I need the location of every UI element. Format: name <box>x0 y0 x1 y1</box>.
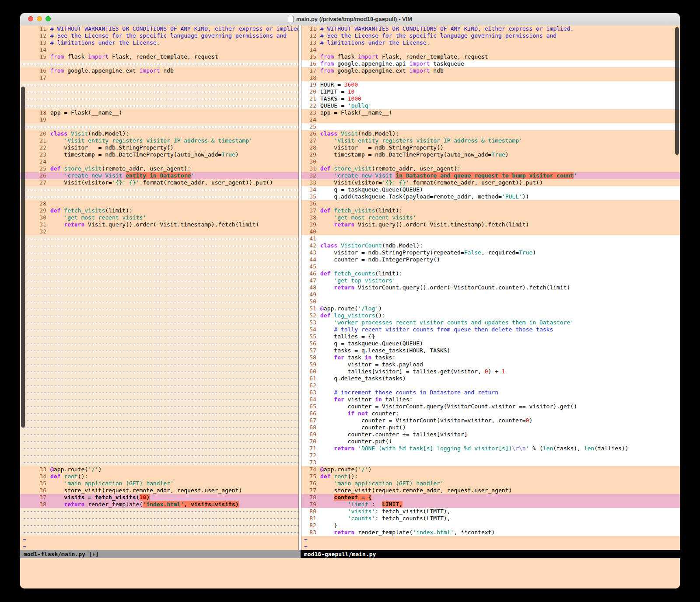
diff-filler-line[interactable]: ----------------------------------------… <box>20 81 298 88</box>
diff-filler-line[interactable]: ----------------------------------------… <box>20 102 298 109</box>
diff-filler-line[interactable]: ----------------------------------------… <box>20 333 298 340</box>
code-line[interactable]: 23app = Flask(__name__) <box>301 109 680 116</box>
code-line[interactable]: 66 if not counter: <box>301 410 680 417</box>
code-line[interactable]: 15from flask import Flask, render_templa… <box>301 53 680 60</box>
code-line[interactable]: 61 q.delete_tasks(tasks) <box>301 375 680 382</box>
code-line[interactable]: 50 <box>301 298 680 305</box>
diff-filler-line[interactable]: ----------------------------------------… <box>20 263 298 270</box>
code-line[interactable]: 67 counter = VisitorCount(visitor=visito… <box>301 417 680 424</box>
diff-filler-line[interactable]: ----------------------------------------… <box>20 249 298 256</box>
code-line[interactable]: 58 for task in tasks: <box>301 354 680 361</box>
diff-filler-line[interactable]: ----------------------------------------… <box>20 445 298 452</box>
diff-filler-line[interactable]: ----------------------------------------… <box>20 361 298 368</box>
code-line[interactable]: 12# See the License for the specific lan… <box>20 32 298 39</box>
code-line[interactable]: 30 <box>301 158 680 165</box>
code-line[interactable]: 33@app.route('/') <box>20 466 298 473</box>
diff-filler-line[interactable]: ----------------------------------------… <box>20 368 298 375</box>
diff-filler-line[interactable]: ----------------------------------------… <box>20 382 298 389</box>
diff-filler-line[interactable]: ----------------------------------------… <box>20 529 298 536</box>
diff-filler-line[interactable]: ----------------------------------------… <box>20 354 298 361</box>
code-line[interactable]: 62 <box>301 382 680 389</box>
code-line[interactable]: 51@app.route('/log') <box>301 305 680 312</box>
diff-filler-line[interactable]: ----------------------------------------… <box>20 459 298 466</box>
vertical-split-separator[interactable] <box>298 25 301 550</box>
diff-filler-line[interactable]: ----------------------------------------… <box>20 375 298 382</box>
code-line[interactable]: 11# WITHOUT WARRANTIES OR CONDITIONS OF … <box>301 25 680 32</box>
code-line[interactable]: 52def log_visitors(): <box>301 312 680 319</box>
code-line[interactable]: 81 'counts': fetch_counts(LIMIT), <box>301 515 680 522</box>
code-line[interactable]: 82 } <box>301 522 680 529</box>
code-line[interactable]: 42class VisitorCount(ndb.Model): <box>301 242 680 249</box>
code-line[interactable]: 53 'worker processes recent visitor coun… <box>301 319 680 326</box>
code-line[interactable]: 11# WITHOUT WARRANTIES OR CONDITIONS OF … <box>20 25 298 32</box>
diff-filler-line[interactable]: ----------------------------------------… <box>20 123 298 130</box>
code-line[interactable]: 48 return VisitorCount.query().order(-Vi… <box>301 284 680 291</box>
code-line[interactable]: 71 return 'DONE (with %d task[s] logging… <box>301 445 680 452</box>
code-line[interactable]: 35 'main application (GET) handler' <box>20 480 298 487</box>
diff-filler-line[interactable]: ----------------------------------------… <box>20 319 298 326</box>
code-line[interactable]: 14 <box>301 46 680 53</box>
code-line[interactable]: 12# See the License for the specific lan… <box>301 32 680 39</box>
code-line[interactable]: 20LIMIT = 10 <box>301 88 680 95</box>
code-line[interactable]: 56 q = taskqueue.Queue(QUEUE) <box>301 340 680 347</box>
code-line[interactable]: 14 <box>20 46 298 53</box>
empty-buffer-line[interactable]: ~ <box>301 543 680 550</box>
code-line[interactable]: 18app = Flask(__name__) <box>20 109 298 116</box>
code-line[interactable]: 83 return render_template('index.html', … <box>301 529 680 536</box>
code-line[interactable]: 16from google.appengine.api import taskq… <box>301 60 680 67</box>
code-line[interactable]: 64 for visitor in tallies: <box>301 396 680 403</box>
code-line[interactable]: 27 'Visit entity registers visitor IP ad… <box>301 137 680 144</box>
code-line[interactable]: 32 <box>20 228 298 235</box>
code-line[interactable]: 25 <box>301 123 680 130</box>
code-line[interactable]: 37 visits = fetch_visits(10) <box>20 494 298 501</box>
code-line[interactable]: 22 visitor = ndb.StringProperty() <box>20 144 298 151</box>
command-line[interactable] <box>20 558 680 588</box>
code-line[interactable]: 25def store_visit(remote_addr, user_agen… <box>20 165 298 172</box>
diff-filler-line[interactable]: ----------------------------------------… <box>20 431 298 438</box>
diff-filler-line[interactable]: ----------------------------------------… <box>20 410 298 417</box>
diff-filler-line[interactable]: ----------------------------------------… <box>20 403 298 410</box>
code-line[interactable]: 76 'main application (GET) handler' <box>301 480 680 487</box>
code-line[interactable]: 31 return Visit.query().order(-Visit.tim… <box>20 221 298 228</box>
diff-filler-line[interactable]: ----------------------------------------… <box>20 60 298 67</box>
diff-filler-line[interactable]: ----------------------------------------… <box>20 193 298 200</box>
code-line[interactable]: 43 visitor = ndb.StringProperty(repeated… <box>301 249 680 256</box>
code-line[interactable]: 16from google.appengine.ext import ndb <box>20 67 298 74</box>
code-line[interactable]: 73 <box>301 459 680 466</box>
code-line[interactable]: 29 timestamp = ndb.DateTimeProperty(auto… <box>301 151 680 158</box>
code-line[interactable]: 47 'get top visitors' <box>301 277 680 284</box>
empty-buffer-line[interactable]: ~ <box>20 536 298 543</box>
diff-filler-line[interactable]: ----------------------------------------… <box>20 305 298 312</box>
diff-filler-line[interactable]: ----------------------------------------… <box>20 270 298 277</box>
code-line[interactable]: 74@app.route('/') <box>301 466 680 473</box>
right-pane[interactable]: 11# WITHOUT WARRANTIES OR CONDITIONS OF … <box>301 25 680 550</box>
code-line[interactable]: 36 <box>301 200 680 207</box>
code-line[interactable]: 13# limitations under the License. <box>301 39 680 46</box>
code-line[interactable]: 77 store_visit(request.remote_addr, requ… <box>301 487 680 494</box>
window-titlebar[interactable]: main.py (/private/tmp/mod18-gaepull) - V… <box>20 13 680 25</box>
code-line[interactable]: 21TASKS = 1000 <box>301 95 680 102</box>
diff-filler-line[interactable]: ----------------------------------------… <box>20 522 298 529</box>
code-line[interactable]: 22QUEUE = 'pullq' <box>301 102 680 109</box>
code-line[interactable]: 68 counter.put() <box>301 424 680 431</box>
code-line[interactable]: 40 <box>301 228 680 235</box>
statusline-left-pane[interactable]: mod1-flask/main.py [+] <box>20 550 301 558</box>
code-line[interactable]: 63 # increment those counts in Datastore… <box>301 389 680 396</box>
code-line[interactable]: 17from google.appengine.ext import ndb <box>301 67 680 74</box>
code-line[interactable]: 46def fetch_counts(limit): <box>301 270 680 277</box>
code-line[interactable]: 38 'get most recent visits' <box>301 214 680 221</box>
code-line[interactable]: 80 'visits': fetch_visits(LIMIT), <box>301 508 680 515</box>
code-line[interactable]: 27 Visit(visitor='{}: {}'.format(remote_… <box>20 179 298 186</box>
diff-filler-line[interactable]: ----------------------------------------… <box>20 389 298 396</box>
empty-buffer-line[interactable]: ~ <box>301 536 680 543</box>
code-line[interactable]: 17 <box>20 74 298 81</box>
code-line[interactable]: 28 <box>20 200 298 207</box>
code-line[interactable]: 37def fetch_visits(limit): <box>301 207 680 214</box>
diff-filler-line[interactable]: ----------------------------------------… <box>20 235 298 242</box>
code-line[interactable]: 23 timestamp = ndb.DateTimeProperty(auto… <box>20 151 298 158</box>
code-line[interactable]: 44 counter = ndb.IntegerProperty() <box>301 256 680 263</box>
code-line[interactable]: 18 <box>301 74 680 81</box>
code-line[interactable]: 41 <box>301 235 680 242</box>
code-line[interactable]: 24 <box>20 158 298 165</box>
code-line[interactable]: 69 counter.counter += tallies[visitor] <box>301 431 680 438</box>
